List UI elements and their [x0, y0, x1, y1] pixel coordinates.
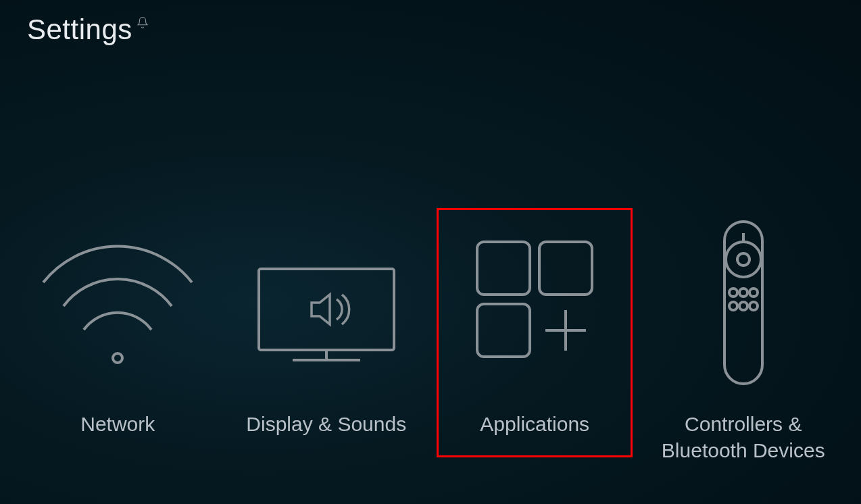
header: Settings [0, 0, 861, 59]
tile-controllers-bluetooth[interactable]: Controllers & Bluetooth Devices [645, 208, 841, 484]
svg-point-17 [739, 302, 747, 310]
svg-point-0 [113, 353, 122, 363]
tile-label-controllers-bluetooth: Controllers & Bluetooth Devices [652, 411, 835, 463]
svg-point-14 [739, 288, 747, 297]
tile-applications[interactable]: Applications [437, 208, 633, 457]
settings-tiles-row: Network Display & Sounds Applic [0, 208, 861, 484]
tv-speaker-icon [239, 222, 414, 384]
svg-rect-5 [539, 242, 592, 295]
notification-bell-icon[interactable] [137, 16, 149, 31]
tile-network[interactable]: Network [20, 208, 216, 457]
svg-rect-4 [477, 242, 530, 295]
svg-point-18 [749, 302, 758, 310]
tile-label-network: Network [80, 411, 155, 437]
wifi-icon [30, 222, 205, 384]
tile-display-sounds[interactable]: Display & Sounds [228, 208, 424, 457]
apps-grid-icon [457, 222, 612, 384]
svg-point-10 [726, 242, 761, 277]
page-title: Settings [27, 14, 132, 46]
tile-label-display-sounds: Display & Sounds [246, 411, 406, 437]
tile-label-applications: Applications [480, 411, 589, 437]
svg-point-13 [729, 288, 737, 297]
svg-point-15 [749, 288, 758, 297]
remote-icon [703, 222, 784, 384]
svg-point-11 [737, 253, 749, 266]
svg-rect-1 [259, 269, 394, 350]
svg-rect-6 [477, 304, 530, 357]
svg-point-16 [729, 302, 737, 310]
